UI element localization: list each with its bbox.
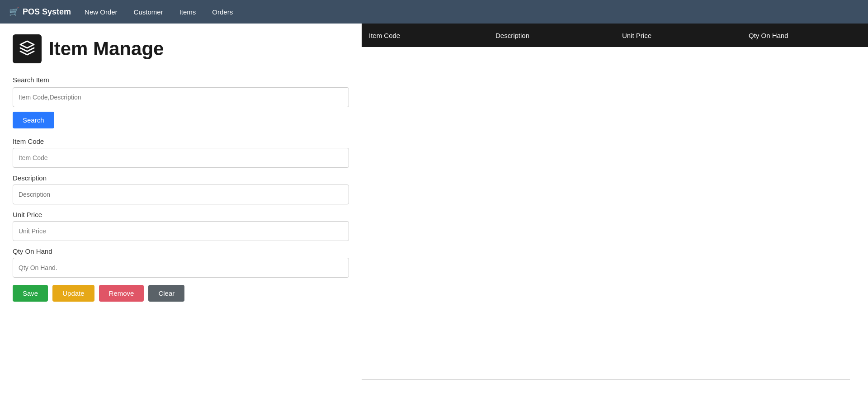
page-icon-box (13, 34, 42, 63)
qty-input[interactable] (13, 258, 349, 278)
unit-price-input[interactable] (13, 221, 349, 241)
action-buttons: Save Update Remove Clear (13, 285, 349, 302)
remove-button[interactable]: Remove (99, 285, 144, 302)
layers-icon (19, 40, 35, 58)
nav-items[interactable]: Items (177, 6, 199, 18)
save-button[interactable]: Save (13, 285, 48, 302)
page-title: Item Manage (49, 38, 164, 60)
description-label: Description (13, 174, 349, 182)
search-section: Search Item Search (13, 76, 349, 128)
search-button[interactable]: Search (13, 112, 54, 128)
col-unit-price: Unit Price (615, 32, 741, 39)
brand-label: POS System (23, 7, 71, 17)
col-item-code: Item Code (362, 32, 488, 39)
item-code-label: Item Code (13, 137, 349, 145)
qty-group: Qty On Hand (13, 247, 349, 278)
nav-orders[interactable]: Orders (209, 6, 236, 18)
update-button[interactable]: Update (52, 285, 94, 302)
main-content: Item Manage Search Item Search Item Code… (0, 24, 868, 407)
table-body (362, 47, 868, 407)
brand: 🛒 POS System (9, 7, 71, 17)
unit-price-group: Unit Price (13, 211, 349, 241)
description-group: Description (13, 174, 349, 204)
left-panel: Item Manage Search Item Search Item Code… (0, 24, 362, 407)
nav-customer[interactable]: Customer (131, 6, 166, 18)
search-input[interactable] (13, 87, 349, 107)
unit-price-label: Unit Price (13, 211, 349, 218)
navbar: 🛒 POS System New Order Customer Items Or… (0, 0, 868, 24)
col-qty-on-hand: Qty On Hand (741, 32, 868, 39)
table-divider (362, 379, 850, 380)
cart-icon: 🛒 (9, 7, 19, 17)
clear-button[interactable]: Clear (148, 285, 184, 302)
form-section: Item Code Description Unit Price Qty On … (13, 137, 349, 278)
nav-new-order[interactable]: New Order (82, 6, 120, 18)
description-input[interactable] (13, 185, 349, 204)
table-header: Item Code Description Unit Price Qty On … (362, 24, 868, 47)
item-code-group: Item Code (13, 137, 349, 168)
item-code-input[interactable] (13, 148, 349, 168)
page-header: Item Manage (13, 34, 349, 63)
qty-label: Qty On Hand (13, 247, 349, 255)
right-panel: Item Code Description Unit Price Qty On … (362, 24, 868, 407)
col-description: Description (488, 32, 615, 39)
search-label: Search Item (13, 76, 349, 84)
